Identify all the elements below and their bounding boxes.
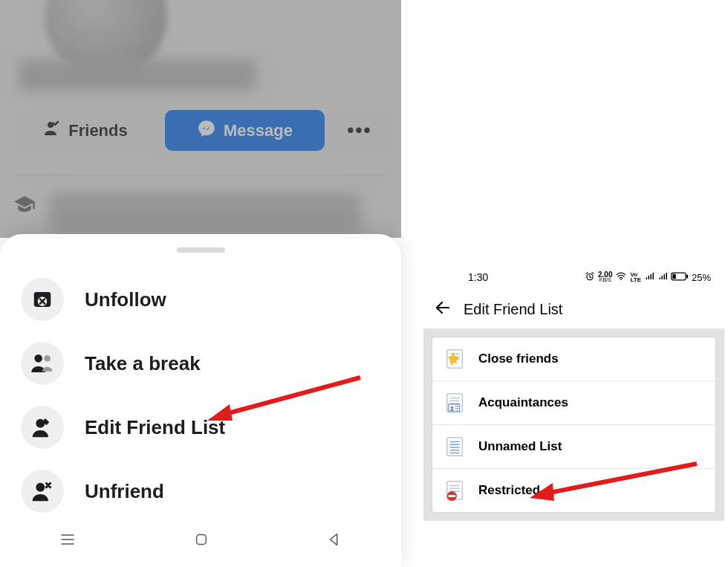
header-bar: Edit Friend List [423,290,724,328]
edit-friend-list-icon [21,406,64,449]
restricted-label: Restricted [478,483,540,498]
svg-point-5 [44,355,51,362]
svg-point-10 [621,279,623,280]
sheet-handle[interactable] [177,247,225,253]
list-row-unnamed-list[interactable]: Unnamed List [432,425,715,469]
battery-icon [671,272,689,283]
close-friends-icon [444,348,467,370]
take-a-break-icon [21,342,64,385]
unnamed-list-label: Unnamed List [478,439,562,454]
svg-point-4 [34,354,42,363]
sheet-item-take-a-break[interactable]: Take a break [0,331,401,395]
acquaintances-icon [444,392,467,414]
svg-rect-12 [672,273,675,278]
restricted-icon [444,479,467,502]
take-a-break-label: Take a break [85,352,201,375]
list-row-restricted[interactable]: Restricted [432,469,715,512]
status-bar: 1:30 2.00 KB/S VoLTE 25% [423,266,724,288]
status-time: 1:30 [468,271,488,283]
acquaintances-label: Acquaintances [478,395,568,410]
svg-point-17 [450,406,453,409]
close-friends-label: Close friends [478,351,559,366]
unfriend-label: Unfriend [85,480,164,503]
unfollow-icon [21,278,64,321]
header-title: Edit Friend List [464,301,562,318]
signal-icon-2 [657,272,668,283]
android-nav-bar [0,520,401,561]
svg-rect-2 [34,292,51,297]
svg-point-7 [36,483,45,492]
signal-icon-1 [644,272,654,283]
unfollow-label: Unfollow [85,288,166,311]
left-phone-panel: Friends Message ••• [0,0,401,567]
list-row-acquaintances[interactable]: Acquaintances [432,381,715,425]
status-icons: 2.00 KB/S VoLTE 25% [585,271,711,284]
edit-friend-list-label: Edit Friend List [85,416,225,439]
status-speed-unit: KB/S [599,278,611,282]
wifi-icon [615,271,627,284]
alarm-icon [585,271,595,284]
sheet-item-edit-friend-list[interactable]: Edit Friend List [0,395,401,459]
friend-lists-body: Close friends Acquaintances Unnamed List… [423,328,724,521]
volte-icon: VoLTE [630,272,641,282]
recent-apps-icon[interactable] [59,531,77,551]
dim-overlay [0,0,401,238]
back-icon[interactable] [326,531,342,551]
status-battery-pct: 25% [692,272,711,283]
unnamed-list-icon [444,435,467,458]
friend-options-sheet: Unfollow Take a break Edit Friend List U… [0,234,401,567]
svg-rect-13 [686,274,688,278]
svg-rect-21 [449,495,455,497]
home-icon[interactable] [193,531,209,551]
sheet-item-unfollow[interactable]: Unfollow [0,268,401,331]
sheet-item-unfriend[interactable]: Unfriend [0,459,401,523]
list-row-close-friends[interactable]: Close friends [432,337,715,381]
back-arrow-icon[interactable] [434,299,452,320]
svg-rect-8 [197,534,207,544]
friend-lists-card: Close friends Acquaintances Unnamed List… [432,337,716,513]
unfriend-icon [21,470,64,513]
